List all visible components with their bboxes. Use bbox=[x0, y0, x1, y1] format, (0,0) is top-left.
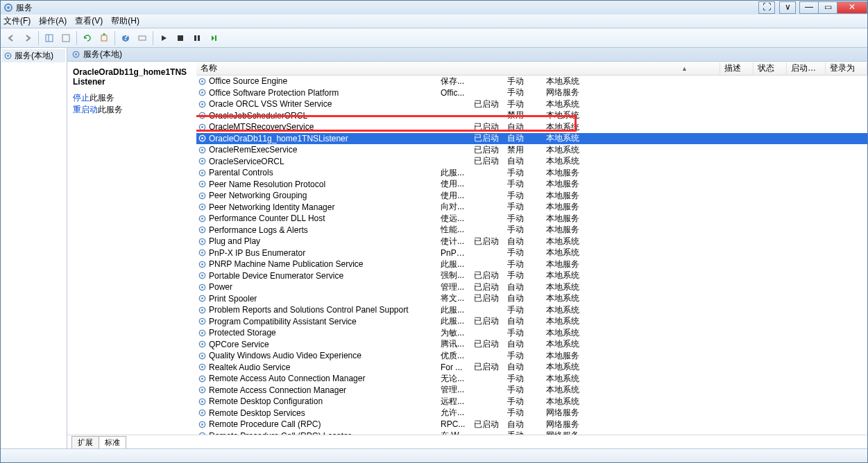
expand-icon[interactable]: ⛶ bbox=[758, 1, 775, 14]
stop-service-link[interactable]: 停止 bbox=[73, 93, 90, 103]
service-row[interactable]: OracleServiceORCL已启动自动本地系统 bbox=[196, 156, 867, 168]
service-desc-cell: 此服... bbox=[436, 167, 470, 179]
tab-standard[interactable]: 标准 bbox=[99, 436, 126, 448]
svg-point-34 bbox=[201, 172, 203, 174]
gear-icon bbox=[198, 294, 207, 303]
close-button[interactable]: ✕ bbox=[837, 1, 867, 14]
service-row[interactable]: Remote Access Auto Connection Manager无论.… bbox=[196, 373, 867, 385]
show-hide-tree-button[interactable] bbox=[42, 30, 57, 46]
service-logon-cell: 本地系统 bbox=[542, 121, 584, 133]
service-name-cell: PNRP Machine Name Publication Service bbox=[209, 259, 364, 269]
service-row[interactable]: OracleJobSchedulerORCL禁用本地系统 bbox=[196, 110, 867, 122]
service-row[interactable]: Quality Windows Audio Video Experience优质… bbox=[196, 350, 867, 362]
service-name-cell: Realtek Audio Service bbox=[209, 362, 290, 372]
service-row[interactable]: Office Software Protection PlatformOffic… bbox=[196, 87, 867, 99]
gear-icon bbox=[198, 100, 207, 109]
refresh-button[interactable] bbox=[80, 30, 95, 46]
pause-service-button[interactable] bbox=[189, 30, 205, 46]
menu-help[interactable]: 帮助(H) bbox=[111, 15, 139, 27]
service-row[interactable]: Power管理...已启动自动本地系统 bbox=[196, 281, 867, 293]
gear-icon bbox=[3, 51, 12, 60]
action-button[interactable] bbox=[135, 30, 150, 46]
service-row[interactable]: Remote Procedure Call (RPC)RPC...已启动自动网络… bbox=[196, 419, 867, 430]
service-row[interactable]: Plug and Play使计...已启动自动本地系统 bbox=[196, 236, 867, 247]
gear-icon bbox=[198, 237, 207, 246]
service-startup-cell: 自动 bbox=[503, 121, 542, 133]
service-row[interactable]: Peer Networking Identity Manager向对...手动本… bbox=[196, 202, 867, 213]
service-desc-cell: 向对... bbox=[436, 201, 470, 213]
service-row[interactable]: Print Spooler将文...已启动自动本地系统 bbox=[196, 293, 867, 305]
gear-icon bbox=[198, 420, 207, 429]
service-name-cell: Office Source Engine bbox=[209, 76, 287, 86]
service-startup-cell: 自动 bbox=[503, 132, 542, 144]
service-row[interactable]: OracleOraDb11g_home1TNSListener已启动自动本地系统 bbox=[196, 133, 867, 145]
service-name-cell: Office Software Protection Platform bbox=[209, 88, 339, 98]
service-row[interactable]: QPCore Service腾讯...已启动自动本地系统 bbox=[196, 339, 867, 351]
list-body[interactable]: Office Source Engine保存...手动本地系统Office So… bbox=[196, 76, 867, 435]
service-row[interactable]: PnP-X IP Bus EnumeratorPnP-...手动本地系统 bbox=[196, 247, 867, 259]
service-row[interactable]: Peer Networking Grouping使用...手动本地服务 bbox=[196, 190, 867, 202]
service-row[interactable]: Realtek Audio ServiceFor ...已启动自动本地系统 bbox=[196, 362, 867, 374]
service-row[interactable]: Remote Procedure Call (RPC) Locator在 W..… bbox=[196, 430, 867, 435]
svg-point-42 bbox=[201, 218, 203, 220]
service-logon-cell: 本地系统 bbox=[542, 396, 584, 408]
menu-view[interactable]: 查看(V) bbox=[75, 15, 103, 27]
service-row[interactable]: Protected Storage为敏...手动本地系统 bbox=[196, 327, 867, 339]
service-row[interactable]: Problem Reports and Solutions Control Pa… bbox=[196, 304, 867, 316]
service-row[interactable]: Peer Name Resolution Protocol使用...手动本地服务 bbox=[196, 179, 867, 191]
service-logon-cell: 网络服务 bbox=[542, 407, 584, 419]
menu-file[interactable]: 文件(F) bbox=[3, 15, 31, 27]
export-button[interactable] bbox=[96, 30, 112, 46]
service-row[interactable]: Performance Logs & Alerts性能...手动本地服务 bbox=[196, 225, 867, 236]
service-name-cell: Remote Procedure Call (RPC) Locator bbox=[209, 431, 351, 435]
service-row[interactable]: Performance Counter DLL Host使远...手动本地服务 bbox=[196, 213, 867, 225]
dropdown-icon[interactable]: ∨ bbox=[779, 1, 796, 14]
column-logon[interactable]: 登录为 bbox=[826, 62, 867, 74]
restart-suffix: 此服务 bbox=[98, 105, 123, 114]
column-status[interactable]: 状态 bbox=[754, 62, 787, 74]
toolbar-separator bbox=[153, 31, 153, 45]
service-name-cell: Remote Access Connection Manager bbox=[209, 385, 346, 395]
forward-button[interactable] bbox=[20, 30, 35, 46]
list-header: 名称▲ 描述 状态 启动类型 登录为 bbox=[196, 62, 867, 76]
tree-root-item[interactable]: 服务(本地) bbox=[2, 49, 65, 62]
restart-service-link[interactable]: 重启动 bbox=[73, 105, 98, 114]
service-row[interactable]: Remote Desktop Services允许...手动网络服务 bbox=[196, 408, 867, 419]
minimize-button[interactable]: — bbox=[799, 1, 819, 14]
service-startup-cell: 自动 bbox=[503, 292, 542, 304]
gear-icon bbox=[198, 191, 207, 200]
stop-service-button[interactable] bbox=[173, 30, 188, 46]
service-desc-cell: Offic... bbox=[436, 88, 470, 98]
column-name[interactable]: 名称▲ bbox=[196, 62, 720, 74]
service-desc-cell: 保存... bbox=[436, 76, 470, 87]
column-desc[interactable]: 描述 bbox=[720, 62, 754, 74]
services-list: 名称▲ 描述 状态 启动类型 登录为 Office Source Engine保… bbox=[196, 62, 867, 435]
column-startup[interactable]: 启动类型 bbox=[787, 62, 826, 74]
service-row[interactable]: Parental Controls此服...手动本地服务 bbox=[196, 167, 867, 179]
service-row[interactable]: PNRP Machine Name Publication Service此服.… bbox=[196, 259, 867, 270]
gear-icon bbox=[198, 317, 207, 326]
service-row[interactable]: Office Source Engine保存...手动本地系统 bbox=[196, 76, 867, 87]
service-logon-cell: 网络服务 bbox=[542, 430, 584, 435]
service-row[interactable]: Oracle ORCL VSS Writer Service已启动手动本地系统 bbox=[196, 98, 867, 110]
start-service-button[interactable] bbox=[156, 30, 171, 46]
service-row[interactable]: Remote Desktop Configuration远程...手动本地系统 bbox=[196, 396, 867, 408]
restart-service-button[interactable] bbox=[206, 30, 221, 46]
detail-header: 服务(本地) bbox=[67, 48, 867, 62]
service-row[interactable]: Program Compatibility Assistant Service此… bbox=[196, 316, 867, 328]
menu-action[interactable]: 操作(A) bbox=[39, 15, 67, 27]
tab-extended[interactable]: 扩展 bbox=[71, 436, 99, 448]
service-logon-cell: 本地系统 bbox=[542, 361, 584, 373]
service-row[interactable]: OracleMTSRecoveryService已启动自动本地系统 bbox=[196, 121, 867, 133]
properties-button[interactable] bbox=[58, 30, 74, 46]
service-row[interactable]: OracleRemExecService已启动禁用本地系统 bbox=[196, 144, 867, 156]
back-button[interactable] bbox=[3, 30, 19, 46]
service-row[interactable]: Portable Device Enumerator Service强制...已… bbox=[196, 270, 867, 282]
service-status-cell: 已启动 bbox=[470, 144, 503, 156]
service-row[interactable]: Remote Access Connection Manager管理...手动本… bbox=[196, 385, 867, 396]
service-startup-cell: 禁用 bbox=[503, 144, 542, 156]
service-desc-cell: 使用... bbox=[436, 190, 470, 202]
service-desc-cell: 强制... bbox=[436, 270, 470, 281]
help-button[interactable]: ? bbox=[118, 30, 133, 46]
maximize-button[interactable]: ▭ bbox=[818, 1, 837, 14]
